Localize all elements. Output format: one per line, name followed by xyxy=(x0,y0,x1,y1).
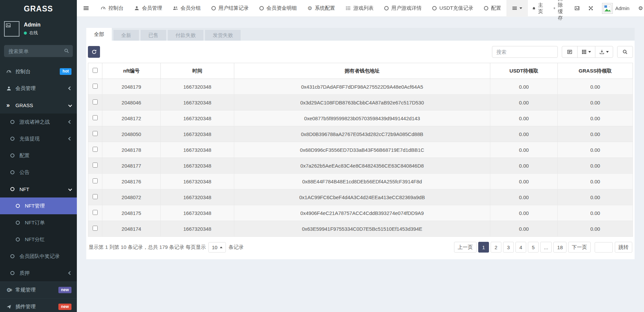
circle-icon xyxy=(10,137,14,141)
sidebar-item-nft-dividend[interactable]: NFT分红 xyxy=(0,231,77,248)
nav-item-system-config[interactable]: ⚙系统配置 xyxy=(302,0,340,17)
sidebar-item-plugin-mgmt[interactable]: 插件管理new xyxy=(0,298,77,312)
tab-ship-failed[interactable]: 发货失败 xyxy=(205,30,241,41)
tab-all[interactable]: 全部 xyxy=(86,28,112,41)
cell-time: 1667320348 xyxy=(161,205,234,221)
row-checkbox[interactable] xyxy=(93,84,98,89)
row-checkbox[interactable] xyxy=(93,226,98,231)
table-toolbar xyxy=(88,46,633,58)
circle-icon xyxy=(484,6,488,10)
refresh-button[interactable] xyxy=(88,46,100,58)
cell-nft-id: 2048179 xyxy=(102,79,161,95)
tab-pay-failed[interactable]: 付款失败 xyxy=(168,30,203,41)
jump-button[interactable]: 跳转 xyxy=(615,242,632,253)
page-size-value: 10 xyxy=(212,244,217,250)
rocket-icon xyxy=(6,304,11,309)
toolbar-right xyxy=(492,46,633,58)
circle-icon xyxy=(10,271,14,275)
detail-view-icon xyxy=(567,49,572,54)
row-checkbox[interactable] xyxy=(93,178,98,183)
circle-icon xyxy=(16,237,20,241)
nav-list-dropdown[interactable] xyxy=(506,0,528,17)
nav-item-usdt-recharge-log[interactable]: USDT充值记录 xyxy=(427,0,479,17)
row-checkbox[interactable] xyxy=(93,163,98,168)
cell-grass: 0.00 xyxy=(558,126,633,142)
select-all-checkbox[interactable] xyxy=(93,68,98,73)
circle-icon xyxy=(384,6,389,10)
sidebar-toggle-button[interactable] xyxy=(77,0,95,17)
sidebar-item-notice[interactable]: 公告 xyxy=(0,164,77,181)
jump-page-input[interactable] xyxy=(595,242,613,253)
cell-nft-id: 2048175 xyxy=(102,205,161,221)
cell-usdt: 0.00 xyxy=(490,158,558,174)
cell-wallet: 0x68D996cF3556ED7D33aB43F56B68719E7d1dBB… xyxy=(234,142,490,158)
row-checkbox[interactable] xyxy=(93,147,98,152)
search-icon[interactable] xyxy=(64,48,69,53)
page-ellipsis[interactable]: ... xyxy=(540,242,552,253)
list-icon xyxy=(346,6,351,11)
cell-usdt: 0.00 xyxy=(490,79,558,95)
user-panel: Admin 在线 xyxy=(0,17,77,42)
nav-item-member-fund-detail[interactable]: 会员资金明细 xyxy=(254,0,302,17)
page-size-dropdown[interactable]: 10 xyxy=(208,242,226,253)
prev-page-button[interactable]: 上一页 xyxy=(454,242,477,253)
chevron-down-icon xyxy=(519,7,522,9)
columns-button[interactable] xyxy=(577,46,595,58)
row-checkbox[interactable] xyxy=(93,115,98,120)
sidebar-item-pledge[interactable]: 质押 xyxy=(0,265,77,281)
pagination-summary: 显示第 1 到第 10 条记录，总共 179 条记录 每页显示 10 条记录 xyxy=(89,242,244,253)
sidebar-item-nft-order[interactable]: NFT订单 xyxy=(0,214,77,231)
chevron-down-icon xyxy=(588,51,591,53)
nav-image-button[interactable] xyxy=(570,0,584,17)
nav-item-user-settle-log[interactable]: 用户结算记录 xyxy=(206,0,254,17)
column-header-2: 拥有者钱包地址 xyxy=(234,63,490,79)
tab-sold[interactable]: 已售 xyxy=(141,30,166,41)
nav-item-member-group[interactable]: 会员分组 xyxy=(167,0,206,17)
sidebar-item-recharge-withdraw[interactable]: 充值提现 xyxy=(0,130,77,147)
detail-view-button[interactable] xyxy=(562,46,578,58)
row-checkbox[interactable] xyxy=(93,131,98,136)
sidebar-item-general-mgmt[interactable]: ⚙⚙常规管理new xyxy=(0,281,77,298)
nav-fullscreen-button[interactable] xyxy=(584,0,598,17)
row-checkbox[interactable] xyxy=(93,99,98,104)
sidebar-item-nft-manage[interactable]: NFT管理 xyxy=(0,197,77,214)
row-checkbox[interactable] xyxy=(93,210,98,215)
nav-clear-cache[interactable]: 清除缓存 xyxy=(549,0,570,17)
sidebar-item-console[interactable]: 控制台hot xyxy=(0,63,77,80)
sidebar-item-grass[interactable]: »GRASS xyxy=(0,97,77,114)
search-button[interactable] xyxy=(617,46,633,58)
navbar-menu: 控制台会员管理会员分组用户结算记录会员资金明细⚙系统配置游戏列表用户游戏详情US… xyxy=(95,0,506,17)
nft-table: nft编号时间拥有者钱包地址USDT待领取GRASS待领取 2048179166… xyxy=(88,63,633,237)
nav-item-console[interactable]: 控制台 xyxy=(95,0,129,17)
top-navbar: 控制台会员管理会员分组用户结算记录会员资金明细⚙系统配置游戏列表用户游戏详情US… xyxy=(77,0,644,17)
cell-nft-id: 2048176 xyxy=(102,174,161,189)
sidebar-item-game-gods-war[interactable]: 游戏诸神之战 xyxy=(0,114,77,130)
sidebar-search-input[interactable] xyxy=(4,45,73,57)
new-badge: new xyxy=(58,287,71,294)
page-button-2[interactable]: 2 xyxy=(491,242,501,253)
next-page-button[interactable]: 下一页 xyxy=(568,242,591,253)
navbar-user[interactable]: Admin xyxy=(598,0,634,17)
page-button-5[interactable]: 5 xyxy=(528,242,539,253)
nav-home[interactable]: 主页 xyxy=(528,0,549,17)
page-button-18[interactable]: 18 xyxy=(553,242,566,253)
row-checkbox[interactable] xyxy=(93,194,98,199)
cell-wallet: 0x8D0B396788aA2767E0543d282cC72b9A085Cd8… xyxy=(234,126,490,142)
sidebar-item-member-mgmt[interactable]: 会员管理 xyxy=(0,80,77,97)
table-search-input[interactable] xyxy=(492,46,558,58)
cell-grass: 0.00 xyxy=(558,79,633,95)
page-button-1[interactable]: 1 xyxy=(478,242,489,253)
page-button-4[interactable]: 4 xyxy=(515,242,526,253)
nav-settings-button[interactable]: ⚙⚙ xyxy=(634,0,644,17)
sidebar-item-team-prize-log[interactable]: 会员团队中奖记录 xyxy=(0,248,77,265)
nav-item-config[interactable]: 配置 xyxy=(479,0,506,17)
tab-new[interactable]: 全新 xyxy=(113,30,139,41)
gear-icon: ⚙ xyxy=(307,6,312,11)
nav-item-game-list[interactable]: 游戏列表 xyxy=(340,0,379,17)
nav-item-user-game-detail[interactable]: 用户游戏详情 xyxy=(379,0,427,17)
sidebar-item-config[interactable]: 配置 xyxy=(0,147,77,164)
export-button[interactable] xyxy=(595,46,613,58)
page-button-3[interactable]: 3 xyxy=(503,242,514,253)
nav-item-member-mgmt[interactable]: 会员管理 xyxy=(129,0,167,17)
sidebar-item-nft[interactable]: NFT xyxy=(0,181,77,197)
